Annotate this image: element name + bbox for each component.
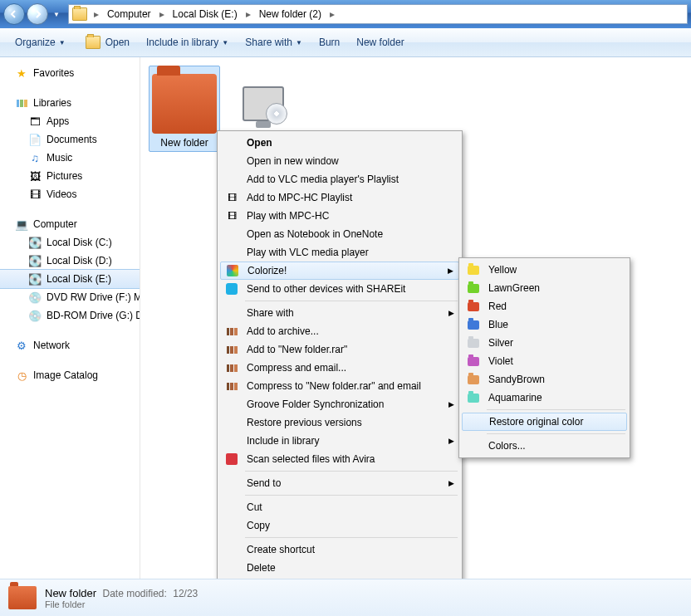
ctx-open[interactable]: Open [220,134,459,152]
sidebar-image-catalog[interactable]: ◷Image Catalog [0,366,140,384]
nav-bar: ▼ ▸ Computer▸ Local Disk (E:)▸ New folde… [0,0,691,28]
sidebar-item-documents[interactable]: 📄Documents [0,130,140,149]
colorize-submenu: YellowLawnGreenRedBlueSilverVioletSandyB… [458,257,630,458]
color-option-violet[interactable]: Violet [462,352,627,370]
ctx-cut[interactable]: Cut [220,498,459,516]
ctx-send-to[interactable]: Send to▶ [220,474,459,492]
crumb-computer[interactable]: Computer [102,5,156,23]
color-option-lawngreen[interactable]: LawnGreen [462,279,627,297]
ctx-shareit[interactable]: Send to other devices with SHAREit [220,280,459,298]
crumb-drive[interactable]: Local Disk (E:) [168,5,243,23]
include-library-button[interactable]: Include in library▼ [138,33,237,51]
folder-icon-large [152,74,217,134]
details-thumb-icon [8,586,37,609]
sidebar-libraries[interactable]: Libraries [0,94,140,112]
ctx-compress-rar-email[interactable]: Compress to "New folder.rar" and email [220,377,459,395]
sidebar: ★Favorites Libraries 🗔Apps 📄Documents ♫M… [0,57,140,584]
open-button[interactable]: Open [74,32,138,52]
toolbar: Organize▼ Open Include in library▼ Share… [0,28,691,57]
ctx-restore-previous[interactable]: Restore previous versions [220,413,459,432]
organize-button[interactable]: Organize▼ [7,33,74,51]
ctx-colorize[interactable]: Colorize!▶ [220,262,459,280]
file-tile-exe[interactable] [228,66,299,140]
color-restore-original[interactable]: Restore original color [462,413,627,431]
ctx-open-new-window[interactable]: Open in new window [220,152,459,170]
ctx-compress-email[interactable]: Compress and email... [220,359,459,377]
ctx-include-library[interactable]: Include in library▶ [220,432,459,450]
details-mod-value: 12/23 [173,588,198,599]
sidebar-item-pictures[interactable]: 🖼Pictures [0,167,140,185]
color-option-red[interactable]: Red [462,297,627,315]
share-with-button[interactable]: Share with▼ [237,33,311,51]
details-mod-label: Date modified: [102,588,166,599]
sidebar-item-disk-c[interactable]: 💽Local Disk (C:) [0,233,140,252]
exe-icon [231,74,296,134]
nav-forward-button[interactable] [27,3,48,25]
ctx-avira[interactable]: Scan selected files with Avira [220,450,459,468]
ctx-share-with[interactable]: Share with▶ [220,304,459,322]
sidebar-item-music[interactable]: ♫Music [0,149,140,167]
sidebar-item-disk-d[interactable]: 💽Local Disk (D:) [0,252,140,270]
details-name: New folder [45,587,96,599]
color-option-silver[interactable]: Silver [462,334,627,352]
ctx-mpc-play[interactable]: 🎞Play with MPC-HC [220,207,459,225]
details-type: File folder [45,599,198,609]
ctx-delete[interactable]: Delete [220,559,459,577]
color-option-sandybrown[interactable]: SandyBrown [462,370,627,389]
folder-icon [72,7,87,21]
details-pane: New folder Date modified: 12/23 File fol… [0,579,691,616]
ctx-add-rar[interactable]: Add to "New folder.rar" [220,340,459,359]
ctx-groove[interactable]: Groove Folder Synchronization▶ [220,395,459,413]
file-tile-new-folder[interactable]: New folder [149,66,220,152]
sidebar-item-videos[interactable]: 🎞Videos [0,185,140,203]
new-folder-button[interactable]: New folder [348,33,412,51]
nav-back-button[interactable] [3,3,25,25]
ctx-mpc-add[interactable]: 🎞Add to MPC-HC Playlist [220,188,459,207]
sidebar-computer[interactable]: 💻Computer [0,215,140,233]
burn-button[interactable]: Burn [311,33,348,51]
ctx-add-archive[interactable]: Add to archive... [220,322,459,340]
color-option-aquamarine[interactable]: Aquamarine [462,389,627,407]
sidebar-network[interactable]: ⚙Network [0,336,140,354]
color-more[interactable]: Colors... [462,437,627,455]
address-bar[interactable]: ▸ Computer▸ Local Disk (E:)▸ New folder … [68,4,688,24]
sidebar-item-dvd[interactable]: 💿DVD RW Drive (F:) M [0,288,140,306]
ctx-onenote[interactable]: Open as Notebook in OneNote [220,225,459,243]
context-menu: Open Open in new window Add to VLC media… [217,130,463,616]
sidebar-item-apps[interactable]: 🗔Apps [0,112,140,130]
ctx-vlc-play[interactable]: Play with VLC media player [220,243,459,262]
ctx-vlc-add[interactable]: Add to VLC media player's Playlist [220,170,459,188]
sidebar-item-disk-e[interactable]: 💽Local Disk (E:) [0,269,140,289]
sidebar-item-bdrom[interactable]: 💿BD-ROM Drive (G:) D [0,306,140,325]
ctx-copy[interactable]: Copy [220,516,459,535]
ctx-create-shortcut[interactable]: Create shortcut [220,540,459,559]
crumb-folder[interactable]: New folder (2) [254,5,326,23]
file-label: New folder [152,137,217,149]
color-option-blue[interactable]: Blue [462,315,627,334]
sidebar-favorites[interactable]: ★Favorites [0,64,140,82]
color-option-yellow[interactable]: Yellow [462,261,627,279]
